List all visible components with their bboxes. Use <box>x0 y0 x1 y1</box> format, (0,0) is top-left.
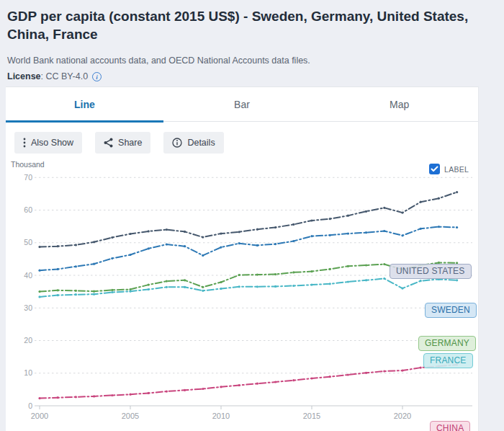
data-point[interactable] <box>238 231 240 233</box>
data-point[interactable] <box>184 279 186 281</box>
data-point[interactable] <box>365 279 367 281</box>
data-point[interactable] <box>383 263 385 265</box>
data-point[interactable] <box>292 379 294 381</box>
data-point[interactable] <box>75 396 77 398</box>
data-point[interactable] <box>420 280 422 282</box>
data-point[interactable] <box>310 219 312 221</box>
data-point[interactable] <box>438 197 440 200</box>
data-point[interactable] <box>256 244 258 246</box>
data-point[interactable] <box>329 283 331 285</box>
data-point[interactable] <box>166 286 168 288</box>
data-point[interactable] <box>456 279 458 281</box>
data-point[interactable] <box>310 377 312 379</box>
data-point[interactable] <box>274 226 276 228</box>
data-point[interactable] <box>238 274 240 276</box>
data-point[interactable] <box>202 290 204 292</box>
data-point[interactable] <box>274 285 276 288</box>
data-point[interactable] <box>401 370 403 372</box>
data-point[interactable] <box>148 247 150 249</box>
data-point[interactable] <box>220 288 222 290</box>
data-point[interactable] <box>111 236 113 239</box>
data-point[interactable] <box>93 293 95 296</box>
data-point[interactable] <box>111 394 113 396</box>
data-point[interactable] <box>184 231 186 233</box>
label-checkbox[interactable]: LABEL <box>429 164 469 174</box>
series-label-france[interactable]: FRANCE <box>423 353 473 368</box>
data-point[interactable] <box>184 389 186 391</box>
data-point[interactable] <box>148 230 150 232</box>
data-point[interactable] <box>383 277 385 280</box>
data-point[interactable] <box>148 392 150 394</box>
data-point[interactable] <box>220 281 222 283</box>
data-point[interactable] <box>202 236 204 239</box>
data-point[interactable] <box>93 241 95 243</box>
data-point[interactable] <box>365 210 367 213</box>
also-show-button[interactable]: Also Show <box>14 132 82 154</box>
data-point[interactable] <box>310 284 312 286</box>
data-point[interactable] <box>365 231 367 234</box>
data-point[interactable] <box>383 230 385 232</box>
data-point[interactable] <box>292 240 294 242</box>
data-point[interactable] <box>202 254 204 257</box>
tab-bar[interactable]: Bar <box>163 87 321 121</box>
data-point[interactable] <box>220 233 222 235</box>
data-point[interactable] <box>166 243 168 245</box>
data-point[interactable] <box>57 289 59 291</box>
data-point[interactable] <box>202 388 204 390</box>
data-point[interactable] <box>347 233 349 235</box>
series-label-china[interactable]: CHINA <box>430 421 470 431</box>
data-point[interactable] <box>129 233 131 235</box>
data-point[interactable] <box>57 396 59 399</box>
data-point[interactable] <box>111 257 113 259</box>
series-label-sweden[interactable]: SWEDEN <box>425 303 477 318</box>
data-point[interactable] <box>75 293 77 296</box>
data-point[interactable] <box>166 391 168 393</box>
data-point[interactable] <box>57 245 59 247</box>
data-point[interactable] <box>347 215 349 217</box>
data-point[interactable] <box>274 243 276 245</box>
data-point[interactable] <box>274 273 276 275</box>
data-point[interactable] <box>75 290 77 292</box>
data-point[interactable] <box>184 245 186 247</box>
data-point[interactable] <box>256 274 258 276</box>
data-point[interactable] <box>456 226 458 228</box>
data-point[interactable] <box>292 223 294 226</box>
data-point[interactable] <box>329 234 331 236</box>
data-point[interactable] <box>329 268 331 270</box>
data-point[interactable] <box>456 191 458 193</box>
data-point[interactable] <box>310 235 312 237</box>
data-point[interactable] <box>93 290 95 293</box>
data-point[interactable] <box>274 381 276 383</box>
data-point[interactable] <box>111 291 113 293</box>
data-point[interactable] <box>148 284 150 286</box>
tab-line[interactable]: Line <box>6 87 163 121</box>
data-point[interactable] <box>202 286 204 288</box>
data-point[interactable] <box>38 397 40 399</box>
data-point[interactable] <box>238 242 240 244</box>
data-point[interactable] <box>256 228 258 231</box>
data-point[interactable] <box>93 263 95 265</box>
share-button[interactable]: Share <box>95 132 150 154</box>
data-point[interactable] <box>220 246 222 249</box>
data-point[interactable] <box>75 244 77 246</box>
data-point[interactable] <box>420 201 422 203</box>
data-point[interactable] <box>57 294 59 296</box>
data-point[interactable] <box>310 270 312 272</box>
data-point[interactable] <box>383 207 385 209</box>
data-point[interactable] <box>383 370 385 372</box>
data-point[interactable] <box>420 367 422 369</box>
data-point[interactable] <box>347 280 349 283</box>
tab-map[interactable]: Map <box>320 87 478 121</box>
data-point[interactable] <box>38 290 40 293</box>
data-point[interactable] <box>129 254 131 256</box>
details-button[interactable]: Details <box>163 132 223 154</box>
data-point[interactable] <box>329 218 331 220</box>
data-point[interactable] <box>38 270 40 272</box>
checkbox-checked-icon[interactable] <box>429 164 440 174</box>
data-point[interactable] <box>38 296 40 298</box>
data-point[interactable] <box>365 372 367 374</box>
data-point[interactable] <box>401 212 403 214</box>
data-point[interactable] <box>401 288 403 290</box>
data-point[interactable] <box>111 289 113 291</box>
series-label-united-states[interactable]: UNITED STATES <box>390 264 472 279</box>
